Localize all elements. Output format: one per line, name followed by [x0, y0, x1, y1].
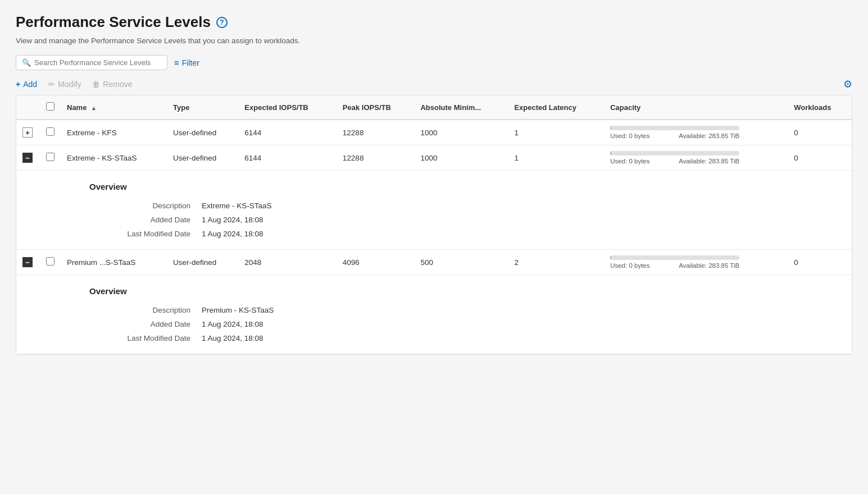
- remove-button[interactable]: 🗑 Remove: [92, 80, 132, 89]
- table-header-row: Name ▲ Type Expected IOPS/TB Peak IOPS/T…: [16, 95, 852, 120]
- search-icon: 🔍: [22, 58, 31, 67]
- row-peak-iops: 12288: [337, 120, 415, 145]
- row-name: Extreme - KFS: [61, 120, 167, 145]
- overview-title: Overview: [89, 182, 835, 191]
- sort-icon: ▲: [91, 105, 97, 111]
- row-checkbox-cell[interactable]: [39, 145, 61, 171]
- row-checkbox[interactable]: [46, 127, 54, 136]
- capacity-available: Available: 283.85 TiB: [679, 132, 739, 139]
- col-peak-iops: Peak IOPS/TB: [337, 95, 415, 120]
- row-expected-iops: 6144: [239, 120, 337, 145]
- col-type: Type: [167, 95, 239, 120]
- detail-row: Overview Description Premium - KS-STaaS …: [16, 275, 852, 355]
- expand-cell[interactable]: +: [16, 120, 39, 145]
- row-type: User-defined: [167, 120, 239, 145]
- filter-label: Filter: [182, 58, 199, 67]
- table-row: − Premium ...S-STaaS User-defined 2048 4…: [16, 250, 852, 275]
- expand-cell[interactable]: −: [16, 145, 39, 171]
- row-workloads: 0: [788, 145, 852, 171]
- row-exp-latency: 1: [508, 120, 605, 145]
- row-workloads: 0: [788, 120, 852, 145]
- detail-grid: Description Premium - KS-STaaS Added Dat…: [89, 306, 426, 342]
- edit-icon: ✏: [48, 80, 55, 89]
- capacity-used: Used: 0 bytes: [610, 132, 649, 139]
- col-expand: [16, 95, 39, 120]
- detail-label: Last Modified Date: [89, 230, 202, 238]
- add-icon: +: [16, 80, 20, 89]
- expand-button[interactable]: −: [22, 257, 33, 267]
- row-expected-iops: 6144: [239, 145, 337, 171]
- detail-value: 1 Aug 2024, 18:08: [202, 334, 426, 342]
- row-type: User-defined: [167, 250, 239, 275]
- row-capacity: Used: 0 bytes Available: 283.85 TiB: [605, 145, 788, 171]
- expand-button[interactable]: +: [22, 127, 33, 138]
- expand-button[interactable]: −: [22, 153, 33, 163]
- capacity-available: Available: 283.85 TiB: [679, 158, 739, 164]
- row-checkbox[interactable]: [46, 153, 54, 161]
- row-abs-min: 1000: [415, 145, 508, 171]
- col-name[interactable]: Name ▲: [61, 95, 167, 120]
- table-wrapper: Name ▲ Type Expected IOPS/TB Peak IOPS/T…: [16, 95, 852, 355]
- search-input[interactable]: [34, 58, 161, 67]
- row-name: Extreme - KS-STaaS: [61, 145, 167, 171]
- detail-value: 1 Aug 2024, 18:08: [202, 320, 426, 328]
- col-name-label: Name: [67, 103, 87, 112]
- capacity-used: Used: 0 bytes: [610, 262, 649, 269]
- detail-section: Overview Description Premium - KS-STaaS …: [16, 275, 852, 354]
- row-capacity: Used: 0 bytes Available: 283.85 TiB: [605, 250, 788, 275]
- detail-label: Added Date: [89, 320, 202, 328]
- row-workloads: 0: [788, 250, 852, 275]
- col-expected-iops: Expected IOPS/TB: [239, 95, 337, 120]
- search-box: 🔍: [16, 55, 167, 70]
- remove-label: Remove: [103, 80, 132, 89]
- detail-label: Added Date: [89, 216, 202, 224]
- performance-table: Name ▲ Type Expected IOPS/TB Peak IOPS/T…: [16, 95, 852, 354]
- overview-title: Overview: [89, 286, 835, 296]
- col-exp-latency: Expected Latency: [508, 95, 605, 120]
- detail-label: Last Modified Date: [89, 334, 202, 342]
- filter-button[interactable]: ≡ Filter: [174, 58, 199, 67]
- row-expected-iops: 2048: [239, 250, 337, 275]
- capacity-available: Available: 283.85 TiB: [679, 262, 739, 269]
- detail-cell: Overview Description Extreme - KS-STaaS …: [16, 171, 852, 250]
- help-icon[interactable]: ?: [216, 17, 228, 28]
- row-abs-min: 1000: [415, 120, 508, 145]
- filter-icon: ≡: [174, 58, 179, 67]
- trash-icon: 🗑: [92, 80, 100, 89]
- detail-label: Description: [89, 202, 202, 210]
- table-row: − Extreme - KS-STaaS User-defined 6144 1…: [16, 145, 852, 171]
- detail-value: Extreme - KS-STaaS: [202, 202, 426, 210]
- detail-value: 1 Aug 2024, 18:08: [202, 216, 426, 224]
- row-checkbox-cell[interactable]: [39, 120, 61, 145]
- table-row: + Extreme - KFS User-defined 6144 12288 …: [16, 120, 852, 145]
- page-subtitle: View and manage the Performance Service …: [16, 36, 852, 45]
- page-title: Performance Service Levels: [16, 13, 211, 31]
- col-workloads: Workloads: [788, 95, 852, 120]
- settings-button[interactable]: ⚙: [843, 78, 852, 90]
- detail-cell: Overview Description Premium - KS-STaaS …: [16, 275, 852, 355]
- add-button[interactable]: + Add: [16, 80, 37, 89]
- detail-grid: Description Extreme - KS-STaaS Added Dat…: [89, 202, 426, 238]
- col-abs-min: Absolute Minim...: [415, 95, 508, 120]
- row-checkbox[interactable]: [46, 257, 54, 266]
- detail-value: 1 Aug 2024, 18:08: [202, 230, 426, 238]
- detail-section: Overview Description Extreme - KS-STaaS …: [16, 171, 852, 250]
- select-all-checkbox[interactable]: [46, 102, 54, 111]
- modify-label: Modify: [58, 80, 81, 89]
- settings-icon: ⚙: [843, 79, 852, 90]
- row-exp-latency: 1: [508, 145, 605, 171]
- modify-button[interactable]: ✏ Modify: [48, 80, 81, 89]
- detail-value: Premium - KS-STaaS: [202, 306, 426, 314]
- row-name: Premium ...S-STaaS: [61, 250, 167, 275]
- detail-label: Description: [89, 306, 202, 314]
- col-capacity: Capacity: [605, 95, 788, 120]
- row-abs-min: 500: [415, 250, 508, 275]
- detail-row: Overview Description Extreme - KS-STaaS …: [16, 171, 852, 250]
- col-checkbox: [39, 95, 61, 120]
- row-peak-iops: 4096: [337, 250, 415, 275]
- expand-cell[interactable]: −: [16, 250, 39, 275]
- row-capacity: Used: 0 bytes Available: 283.85 TiB: [605, 120, 788, 145]
- row-exp-latency: 2: [508, 250, 605, 275]
- capacity-used: Used: 0 bytes: [610, 158, 649, 164]
- row-checkbox-cell[interactable]: [39, 250, 61, 275]
